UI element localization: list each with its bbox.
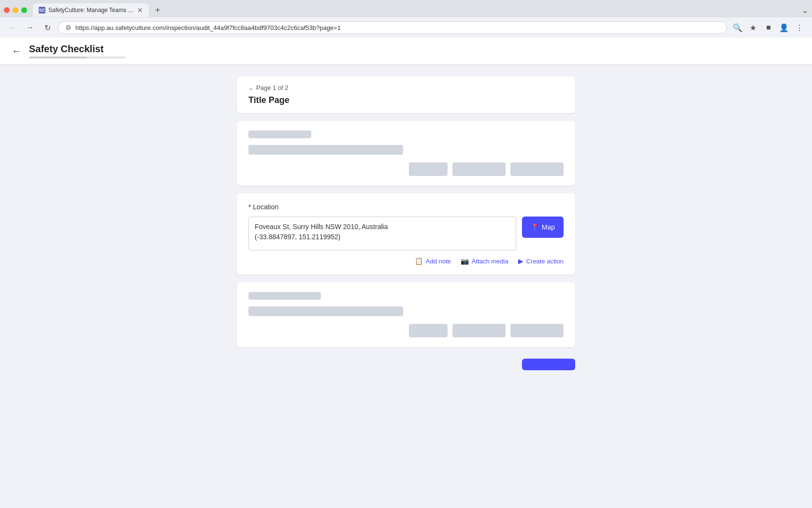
action-icon: ▶ (518, 257, 523, 265)
note-icon: 📋 (415, 257, 423, 265)
address-lock-icon: ⚙ (65, 24, 72, 31)
address-text: https://app.au.safetyculture.com/inspect… (75, 24, 720, 31)
toolbar-icons: 🔍 ★ ■ 👤 ⋮ (731, 21, 806, 34)
skeleton-content-1 (248, 145, 403, 155)
extension-button[interactable]: ■ (762, 21, 775, 34)
progress-bar-fill (29, 57, 87, 58)
map-button-label: Map (542, 223, 555, 231)
forward-nav-button[interactable]: → (23, 21, 37, 34)
skeleton-actions-2 (248, 324, 564, 337)
skeleton-btn-2b (452, 324, 506, 337)
bookmark-button[interactable]: ★ (746, 21, 760, 34)
attach-media-label: Attach media (472, 258, 508, 265)
app-title: Safety Checklist (29, 44, 126, 55)
tab-close-icon[interactable]: ✕ (137, 6, 143, 14)
traffic-lights (4, 7, 27, 13)
active-tab[interactable]: SC SafetyCulture: Manage Teams and... ✕ (33, 3, 149, 17)
skeleton-btn-1c (510, 162, 564, 176)
back-nav-button[interactable]: ← (6, 21, 19, 34)
browser-toolbar: ← → ↻ ⚙ https://app.au.safetyculture.com… (0, 17, 812, 38)
header-title-block: Safety Checklist (29, 44, 126, 58)
skeleton-content-2 (248, 306, 403, 316)
bottom-button-container (237, 359, 575, 370)
chevron-down-icon: ⌄ (248, 85, 253, 91)
new-tab-button[interactable]: + (151, 3, 164, 17)
tab-favicon: SC (39, 7, 45, 14)
skeleton-btn-1b (452, 162, 506, 176)
map-pin-icon: 📍 (531, 223, 539, 231)
browser-expand-icon[interactable]: ⌄ (802, 6, 808, 15)
skeleton-btn-2c (510, 324, 564, 337)
media-icon: 📷 (461, 257, 469, 265)
profile-button[interactable]: 👤 (777, 21, 791, 34)
address-bar[interactable]: ⚙ https://app.au.safetyculture.com/inspe… (58, 21, 727, 34)
main-content: ⌄ Page 1 of 2 Title Page * Location 📍 Ma… (0, 65, 812, 506)
skeleton-card-1 (237, 121, 575, 186)
action-row: 📋 Add note 📷 Attach media ▶ Create actio… (248, 257, 564, 265)
create-action-label: Create action (526, 258, 564, 265)
create-action-link[interactable]: ▶ Create action (518, 257, 564, 265)
close-traffic-light[interactable] (4, 7, 10, 13)
location-card: * Location 📍 Map 📋 Add note 📷 Attach med… (237, 193, 575, 275)
location-input-row: 📍 Map (248, 217, 564, 250)
app-header: ← Safety Checklist (0, 38, 812, 65)
browser-chrome: SC SafetyCulture: Manage Teams and... ✕ … (0, 0, 812, 38)
page-title: Title Page (248, 95, 564, 105)
minimize-traffic-light[interactable] (13, 7, 18, 13)
location-textarea[interactable] (248, 217, 516, 250)
page-indicator: ⌄ Page 1 of 2 (248, 84, 564, 91)
reload-button[interactable]: ↻ (41, 21, 54, 34)
tab-label: SafetyCulture: Manage Teams and... (48, 7, 134, 14)
page-header-card: ⌄ Page 1 of 2 Title Page (237, 76, 575, 113)
add-note-link[interactable]: 📋 Add note (415, 257, 451, 265)
location-label: * Location (248, 203, 564, 211)
back-button[interactable]: ← (12, 45, 21, 57)
skeleton-label-2 (248, 292, 321, 300)
next-button[interactable] (522, 359, 575, 370)
map-button[interactable]: 📍 Map (522, 217, 564, 238)
zoom-button[interactable]: 🔍 (731, 21, 744, 34)
tab-bar: SC SafetyCulture: Manage Teams and... ✕ … (0, 0, 812, 17)
progress-bar-container (29, 57, 126, 58)
page-indicator-text: Page 1 of 2 (256, 84, 289, 91)
skeleton-label-1 (248, 131, 311, 138)
skeleton-btn-1a (409, 162, 448, 176)
skeleton-actions-1 (248, 162, 564, 176)
add-note-label: Add note (426, 258, 451, 265)
more-button[interactable]: ⋮ (793, 21, 806, 34)
skeleton-btn-2a (409, 324, 448, 337)
skeleton-card-2 (237, 282, 575, 347)
maximize-traffic-light[interactable] (21, 7, 27, 13)
attach-media-link[interactable]: 📷 Attach media (461, 257, 508, 265)
